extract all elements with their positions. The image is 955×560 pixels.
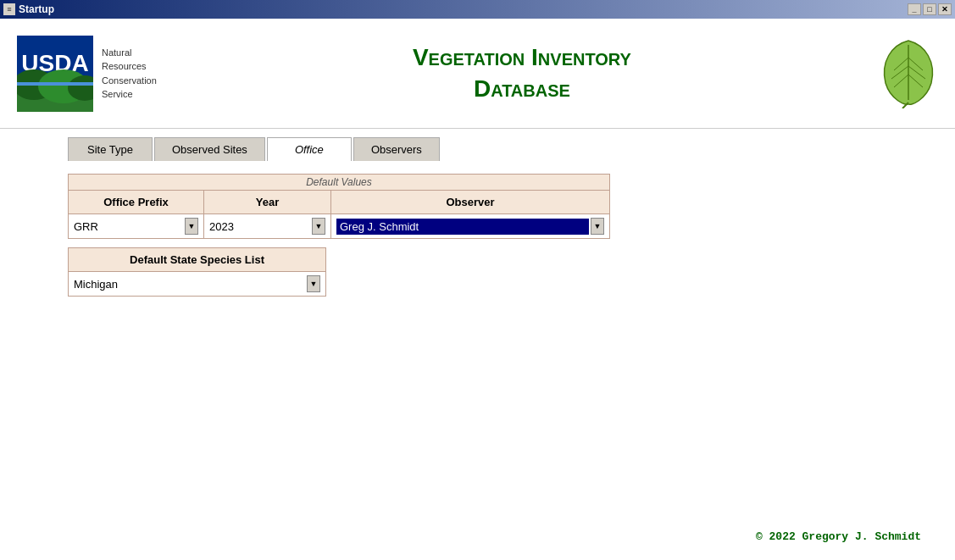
default-values-title: Default Values: [69, 175, 609, 191]
col-header-observer: Observer: [331, 191, 609, 213]
year-arrow[interactable]: ▼: [312, 218, 325, 235]
tab-observed-sites[interactable]: Observed Sites: [154, 137, 265, 161]
tab-bar: Site Type Observed Sites Office Observer…: [0, 129, 955, 161]
titlebar-icon: ≡: [3, 3, 15, 15]
observer-dropdown[interactable]: Greg J. Schmidt ▼: [336, 218, 604, 235]
titlebar-controls: _ □ ✕: [908, 3, 952, 15]
col-header-year: Year: [204, 191, 331, 213]
observer-value: Greg J. Schmidt: [336, 219, 589, 235]
species-list-title: Default State Species List: [69, 248, 325, 272]
agency-name: Natural Resources Conservation Service: [102, 46, 157, 102]
agency-line2: Resources: [102, 59, 147, 74]
tab-observers[interactable]: Observers: [353, 137, 440, 161]
species-value: Michigan: [74, 278, 305, 291]
species-data-row: Michigan ▼: [69, 272, 325, 296]
app-title-line2: Database: [182, 74, 862, 104]
year-dropdown[interactable]: 2023 ▼: [209, 218, 325, 235]
leaf-icon: [879, 36, 938, 111]
tab-office[interactable]: Office: [267, 137, 352, 161]
year-value: 2023: [209, 220, 310, 233]
col-header-office-prefix: Office Prefix: [69, 191, 204, 213]
footer-copyright: © 2022 Gregory J. Schmidt: [756, 530, 921, 543]
agency-line3: Conservation: [102, 74, 157, 88]
species-arrow[interactable]: ▼: [307, 275, 320, 292]
species-dropdown[interactable]: Michigan ▼: [74, 275, 320, 292]
titlebar: ≡ Startup _ □ ✕: [0, 0, 955, 19]
agency-line4: Service: [102, 87, 133, 102]
titlebar-title: Startup: [19, 3, 54, 15]
observer-arrow[interactable]: ▼: [591, 218, 604, 235]
year-cell: 2023 ▼: [204, 214, 331, 238]
tab-site-type[interactable]: Site Type: [68, 137, 153, 161]
observer-cell: Greg J. Schmidt ▼: [331, 214, 609, 238]
usda-badge: USDA: [17, 36, 93, 112]
app-title-line1: Vegetation Inventory: [182, 42, 862, 73]
default-values-section: Default Values Office Prefix Year Observ…: [68, 174, 610, 239]
office-prefix-value: GRR: [74, 220, 183, 233]
app-title: Vegetation Inventory Database: [182, 42, 862, 104]
minimize-button[interactable]: _: [908, 3, 921, 15]
logo-container: USDA Natural Resources Conservation Serv…: [17, 36, 157, 112]
table-data-row: GRR ▼ 2023 ▼ Greg J. Schmidt ▼: [69, 213, 609, 238]
species-list-section: Default State Species List Michigan ▼: [68, 247, 326, 297]
agency-line1: Natural: [102, 46, 131, 60]
content-area: Default Values Office Prefix Year Observ…: [0, 161, 955, 305]
header: USDA Natural Resources Conservation Serv…: [0, 19, 955, 129]
office-prefix-cell: GRR ▼: [69, 214, 204, 238]
main-window: USDA Natural Resources Conservation Serv…: [0, 19, 955, 560]
office-prefix-arrow[interactable]: ▼: [185, 218, 198, 235]
maximize-button[interactable]: □: [923, 3, 936, 15]
close-button[interactable]: ✕: [938, 3, 952, 15]
table-header-row: Office Prefix Year Observer: [69, 191, 609, 213]
svg-rect-6: [17, 82, 93, 86]
office-prefix-dropdown[interactable]: GRR ▼: [74, 218, 198, 235]
